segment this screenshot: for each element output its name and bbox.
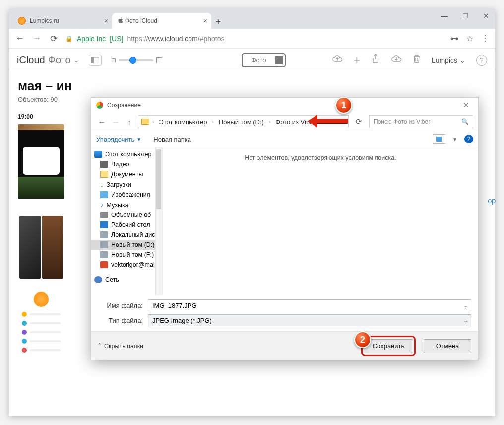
tree-music[interactable]: ♪Музыка [91, 200, 162, 210]
tree-drive-d[interactable]: Новый том (D:) [91, 240, 162, 250]
dialog-nav-row: ← → ↑ › Этот компьютер › Новый том (D:) … [91, 113, 478, 131]
bookmark-star-icon[interactable]: ☆ [466, 34, 473, 43]
dlg-back-icon[interactable]: ← [96, 118, 107, 126]
window-close-icon[interactable]: ✕ [480, 12, 492, 20]
help-icon[interactable]: ? [476, 55, 487, 66]
tab-icloud-photos[interactable]: Фото iCloud × [112, 13, 211, 29]
trash-icon[interactable] [413, 54, 421, 66]
save-button[interactable]: Сохранить [365, 339, 412, 353]
tree-video[interactable]: Видео [91, 159, 162, 169]
favicon-apple-icon [117, 17, 125, 25]
tree-email-account[interactable]: vektorigor@mai [91, 260, 162, 270]
dialog-title: Сохранение [107, 102, 141, 109]
dlg-forward-icon[interactable]: → [110, 118, 121, 126]
tab-title: Фото iCloud [125, 17, 157, 24]
dialog-body: Этот компьютер Видео Документы ↓Загрузки… [91, 147, 478, 295]
tree-documents[interactable]: Документы [91, 169, 162, 179]
chrome-app-icon [96, 102, 103, 109]
nav-reload-icon[interactable]: ⟳ [49, 33, 59, 44]
tree-local-disk[interactable]: Локальный дис [91, 230, 162, 240]
chevron-right-icon: › [211, 119, 215, 125]
documents-icon [100, 171, 108, 178]
window-minimize-icon[interactable]: — [439, 12, 450, 20]
tab-close-icon[interactable]: × [104, 17, 108, 25]
brand-icloud: iCloud [17, 54, 45, 66]
dialog-close-icon[interactable]: ✕ [459, 101, 473, 110]
photo-thumbnail[interactable] [18, 124, 64, 199]
download-arrow-icon: ↓ [100, 181, 104, 188]
drive-icon [100, 241, 108, 248]
photos-albums-toggle[interactable]: Фото [242, 53, 286, 67]
dlg-up-icon[interactable]: ↑ [124, 118, 135, 126]
favicon-lumpics [18, 17, 26, 25]
tab-lumpics[interactable]: Lumpics.ru × [13, 13, 112, 29]
url-field[interactable]: 🔒 Apple Inc. [US] https://www.icloud.com… [65, 35, 443, 43]
user-menu[interactable]: Lumpics⌄ [432, 56, 465, 64]
icloud-brand[interactable]: iCloud Фото ⌄ [17, 54, 79, 66]
page-title: мая – ин [18, 78, 486, 94]
nav-forward-icon[interactable]: → [32, 33, 42, 44]
toggle-photo-label: Фото [245, 56, 273, 64]
new-tab-button[interactable]: + [211, 15, 225, 29]
cloud-upload-icon[interactable] [332, 54, 343, 66]
file-list-pane[interactable]: Нет элементов, удовлетворяющих условиям … [163, 147, 478, 295]
tree-scrollbar[interactable] [155, 147, 162, 295]
nav-back-icon[interactable]: ← [15, 33, 25, 44]
caret-down-icon[interactable]: ⌄ [463, 302, 468, 309]
tree-network[interactable]: Сеть [91, 275, 162, 284]
cube-icon [100, 212, 108, 218]
folder-tree[interactable]: Этот компьютер Видео Документы ↓Загрузки… [91, 147, 163, 295]
key-icon[interactable]: ⊶ [450, 34, 458, 43]
cancel-button[interactable]: Отмена [424, 339, 471, 353]
hide-folders-toggle[interactable]: ˄Скрыть папки [98, 343, 143, 350]
caret-down-icon: ▼ [136, 137, 141, 142]
chevron-right-icon: › [268, 119, 271, 125]
dialog-titlebar: Сохранение ✕ [91, 98, 478, 113]
dialog-help-icon[interactable]: ? [464, 135, 473, 143]
thumbnail-zoom-slider[interactable] [112, 57, 162, 63]
filetype-select[interactable]: JPEG Image (*.JPG)⌄ [148, 314, 471, 326]
tab-title: Lumpics.ru [30, 17, 59, 24]
dlg-refresh-icon[interactable]: ⟳ [352, 117, 366, 126]
chevron-down-icon: ⌄ [459, 56, 465, 64]
chrome-menu-icon[interactable]: ⋮ [481, 34, 489, 43]
pc-icon [94, 151, 102, 158]
tab-close-icon[interactable]: × [203, 17, 207, 25]
share-icon[interactable] [371, 54, 380, 66]
window-maximize-icon[interactable]: ☐ [459, 12, 471, 20]
annotation-badge-1: 1 [335, 97, 352, 114]
crumb-drive-d[interactable]: Новый том (D:) [217, 118, 266, 126]
caret-down-icon[interactable]: ▼ [452, 137, 457, 142]
annotation-arrow-1 [316, 119, 348, 124]
dialog-toolbar: Упорядочить ▼ Новая папка ▼ ? [91, 131, 478, 147]
thumbnail-column [18, 124, 64, 361]
organize-menu[interactable]: Упорядочить ▼ [96, 136, 141, 143]
tree-3d-objects[interactable]: Объемные об [91, 210, 162, 220]
chevron-down-icon: ⌄ [74, 57, 79, 64]
chevron-up-icon: ˄ [98, 343, 101, 349]
network-icon [94, 276, 102, 283]
crumb-this-pc[interactable]: Этот компьютер [157, 118, 209, 126]
view-mode-picker[interactable] [433, 134, 445, 144]
caret-down-icon[interactable]: ⌄ [463, 317, 468, 324]
desktop-icon [100, 221, 108, 228]
tree-images[interactable]: Изображения [91, 190, 162, 200]
add-icon[interactable]: + [354, 54, 360, 67]
svg-rect-1 [91, 57, 94, 63]
photo-thumbnail[interactable] [18, 206, 64, 280]
tree-drive-f[interactable]: Новый том (F:) [91, 250, 162, 260]
tree-this-pc[interactable]: Этот компьютер [91, 149, 162, 159]
dlg-search-input[interactable]: Поиск: Фото из Viber 🔍 [369, 115, 473, 128]
save-as-dialog: Сохранение ✕ ← → ↑ › Этот компьютер › Но… [91, 97, 479, 360]
cloud-download-icon[interactable] [391, 54, 402, 66]
filename-input[interactable]: IMG_1877.JPG⌄ [148, 299, 471, 311]
drive-icon [100, 231, 108, 238]
images-icon [100, 191, 108, 198]
tree-downloads[interactable]: ↓Загрузки [91, 179, 162, 190]
addr-actions: ⊶ ☆ ⋮ [450, 34, 489, 43]
new-folder-button[interactable]: Новая папка [153, 136, 191, 143]
chrome-tab-strip: Lumpics.ru × Фото iCloud × + — ☐ ✕ [9, 9, 495, 29]
peek-text: ор [488, 197, 496, 205]
sidebar-toggle-icon[interactable] [89, 55, 102, 66]
tree-desktop[interactable]: Рабочий стол [91, 220, 162, 230]
